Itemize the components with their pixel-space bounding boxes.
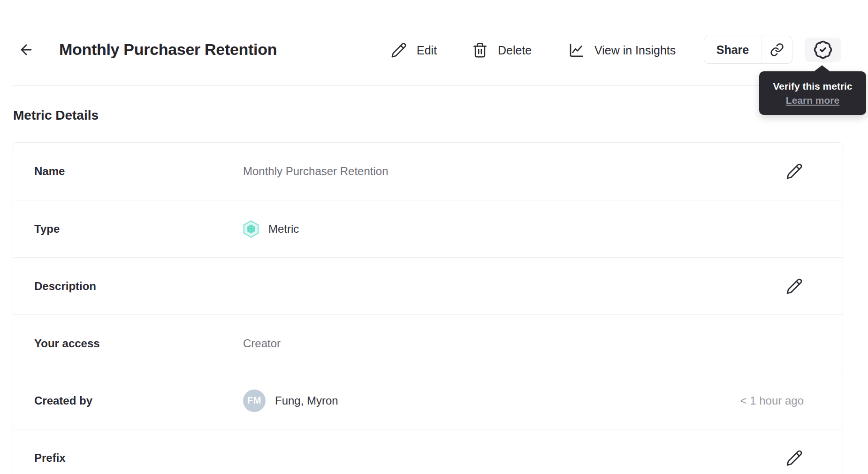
- detail-row-name: Name Monthly Purchaser Retention: [13, 143, 843, 200]
- name-value: Monthly Purchaser Retention: [243, 165, 388, 178]
- created-time: < 1 hour ago: [740, 394, 804, 407]
- detail-row-description: Description: [13, 257, 843, 314]
- view-in-insights-label: View in Insights: [594, 44, 676, 57]
- header-divider: [13, 85, 855, 86]
- detail-row-label: Name: [34, 165, 243, 178]
- pencil-icon: [786, 278, 803, 295]
- tooltip-arrow: [814, 65, 830, 72]
- edit-name-button[interactable]: [785, 162, 804, 181]
- delete-button[interactable]: Delete: [472, 41, 532, 59]
- detail-row-label: Created by: [34, 394, 243, 407]
- detail-row-label: Prefix: [34, 451, 243, 465]
- pencil-icon: [786, 163, 803, 180]
- your-access-value: Creator: [243, 337, 281, 350]
- metric-details-heading: Metric Details: [13, 108, 99, 123]
- tooltip-title: Verify this metric: [764, 79, 861, 93]
- detail-row-type: Type Metric: [13, 200, 843, 257]
- delete-button-label: Delete: [498, 44, 532, 57]
- detail-row-your-access: Your access Creator: [13, 314, 843, 372]
- link-icon: [770, 43, 784, 57]
- avatar: FM: [243, 390, 266, 412]
- back-button[interactable]: [18, 41, 35, 58]
- detail-row-created-by: Created by FM Fung, Myron < 1 hour ago: [13, 372, 843, 429]
- metric-details-card: Name Monthly Purchaser Retention Type: [13, 142, 843, 474]
- verify-tooltip: Verify this metric Learn more: [759, 71, 866, 115]
- detail-row-value: Metric: [243, 220, 804, 238]
- detail-row-value: FM Fung, Myron: [243, 390, 740, 412]
- arrow-left-icon: [18, 42, 34, 58]
- verify-metric-button[interactable]: [805, 38, 841, 62]
- detail-row-prefix: Prefix: [13, 429, 843, 474]
- hexagon-metric-icon: [243, 220, 259, 238]
- pencil-icon: [786, 450, 803, 466]
- detail-row-value: Creator: [243, 337, 804, 350]
- detail-row-label: Type: [34, 222, 243, 236]
- view-in-insights-button[interactable]: View in Insights: [568, 41, 676, 59]
- copy-link-button[interactable]: [761, 36, 792, 64]
- detail-row-label: Your access: [34, 337, 243, 350]
- verified-badge-icon: [813, 40, 833, 60]
- detail-row-label: Description: [34, 280, 243, 293]
- metric-details-page: { "header": { "title": "Monthly Purchase…: [0, 0, 868, 474]
- detail-row-value: Monthly Purchaser Retention: [243, 165, 785, 178]
- edit-button-label: Edit: [417, 44, 437, 57]
- line-chart-icon: [568, 42, 585, 59]
- pencil-icon: [391, 42, 407, 58]
- edit-button[interactable]: Edit: [391, 41, 437, 59]
- share-button[interactable]: Share: [704, 36, 761, 64]
- learn-more-link[interactable]: Learn more: [786, 93, 839, 107]
- edit-prefix-button[interactable]: [785, 449, 804, 467]
- page-title: Monthly Purchaser Retention: [59, 40, 277, 59]
- trash-icon: [472, 42, 488, 58]
- share-button-label: Share: [716, 43, 749, 57]
- edit-description-button[interactable]: [785, 277, 804, 296]
- type-value: Metric: [268, 222, 299, 236]
- created-by-value: Fung, Myron: [275, 394, 338, 407]
